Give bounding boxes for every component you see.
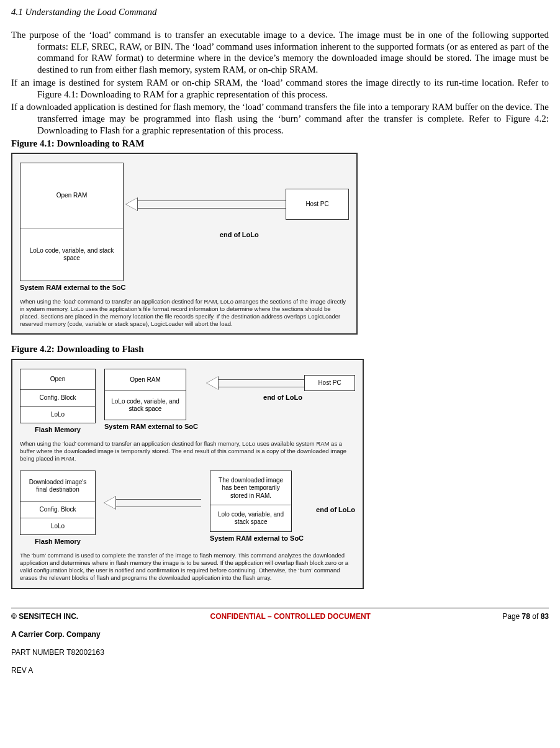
footer-center: CONFIDENTIAL – CONTROLLED DOCUMENT [210,612,370,621]
footer-page-total: 83 [541,612,549,621]
paragraph-1: The purpose of the ‘load’ command is to … [11,29,549,76]
footer-rule [11,608,549,608]
fig2-s1-flash-cfg: Config. Block [20,390,95,407]
footer-right: Page 78 of 83 [502,612,549,621]
fig2-s2-ram-lolo: Lolo code, variable, and stack space [210,505,291,531]
fig2-s1-flash-stack: Open Config. Block LoLo [20,369,96,423]
fig2-s1-flash-lolo: LoLo [20,407,95,423]
fig2-s2-flash-stack: Downloaded image's final destination Con… [20,471,96,535]
section-title: 4.1 Understanding the Load Command [11,6,549,18]
fig2-s2-ram-label: System RAM external to SoC [210,534,304,543]
fig2-s2-flash-label: Flash Memory [20,538,96,546]
fig2-s1-ram-label: System RAM external to SoC [104,423,198,431]
figure-4-2: Open Config. Block LoLo Flash Memory Ope… [11,359,364,588]
paragraph-3: If a downloaded application is destined … [11,101,549,136]
fig1-end-of-lolo-label: end of LoLo [220,231,259,240]
footer-part: PART NUMBER T82002163 [11,648,549,657]
footer-left: © SENSITECH INC. [11,612,78,621]
footer-row: © SENSITECH INC. CONFIDENTIAL – CONTROLL… [11,612,549,621]
fig2-s1-ram-stack: Open RAM LoLo code, variable, and stack … [104,369,186,420]
fig2-s1-flash-open: Open [20,369,95,390]
footer-page-mid: of [530,612,541,621]
figure-4-1: Open RAM LoLo code, variable, and stack … [11,153,358,335]
fig1-ram-stack: Open RAM LoLo code, variable, and stack … [20,163,124,281]
fig1-ram-lolo-cell: LoLo code, variable, and stack space [20,228,123,281]
footer-page-prefix: Page [502,612,522,621]
fig1-ram-open-cell: Open RAM [20,163,123,228]
fig2-s1-description: When using the ‘load’ command to transfe… [20,440,355,462]
fig1-description: When using the ‘load’ command to transfe… [20,298,349,328]
fig2-s2-ram-stack: The downloaded image has been temporaril… [210,471,292,532]
paragraph-2: If an image is destined for system RAM o… [11,77,549,101]
fig2-s2-flash-lolo: LoLo [20,518,95,534]
fig1-host-pc: Host PC [286,189,349,220]
fig2-s2-flash-cfg: Config. Block [20,502,95,518]
fig2-s2-flash-dest: Downloaded image's final destination [20,471,95,502]
fig2-s2-ram-stored: The downloaded image has been temporaril… [210,471,291,505]
footer-rev: REV A [11,666,549,675]
fig2-s2-arrow [104,503,201,503]
figure-4-1-caption: Figure 4.1: Downloading to RAM [11,138,549,150]
fig2-s1-ram-lolo: LoLo code, variable, and stack space [105,391,186,420]
footer-page-current: 78 [522,612,530,621]
footer-company: A Carrier Corp. Company [11,630,549,639]
fig2-s1-flash-label: Flash Memory [20,426,96,434]
fig2-s1-arrow [207,383,304,384]
figure-4-2-caption: Figure 4.2: Downloading to Flash [11,343,549,355]
fig2-s1-ram-open: Open RAM [105,369,186,391]
fig1-arrow [126,204,286,205]
fig2-s1-end-label: end of LoLo [263,394,302,402]
fig2-s1-host-pc: Host PC [304,375,355,391]
fig2-s2-description: The ‘burn’ command is used to complete t… [20,552,355,582]
fig1-ram-label: System RAM external to the SoC [20,284,126,292]
fig2-s2-end-label: end of LoLo [316,506,355,515]
